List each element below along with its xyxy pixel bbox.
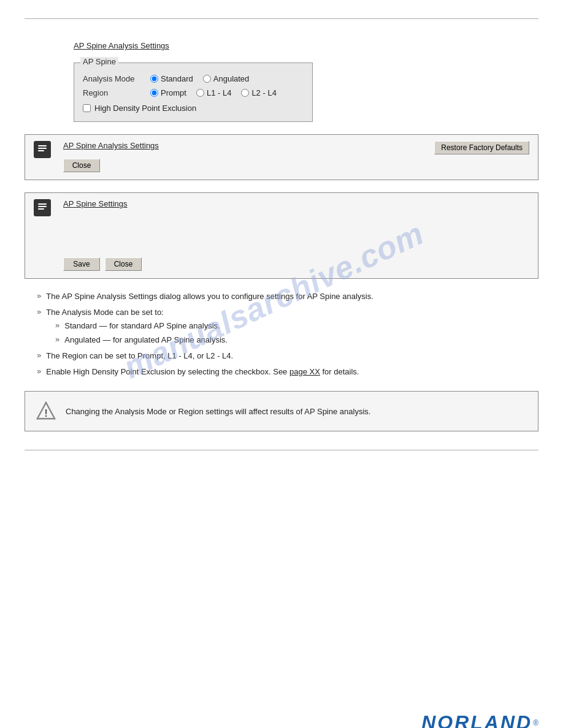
analysis-mode-row: Analysis Mode Standard Angulated bbox=[83, 74, 300, 83]
dialog-2-icon bbox=[34, 199, 51, 216]
svg-rect-2 bbox=[38, 150, 44, 151]
bullet-section: » The AP Spine Analysis Settings dialog … bbox=[37, 291, 526, 377]
restore-factory-defaults-button[interactable]: Restore Factory Defaults bbox=[434, 141, 529, 154]
radio-l2l4-label: L2 - L4 bbox=[251, 88, 276, 97]
svg-rect-5 bbox=[38, 208, 44, 210]
radio-l2l4[interactable]: L2 - L4 bbox=[241, 88, 276, 97]
dialog-2-content: AP Spine Settings Save Close bbox=[63, 199, 529, 271]
ap-spine-box: AP Spine Analysis Mode Standard Angulate… bbox=[74, 63, 313, 122]
bullet-item-1: » The AP Spine Analysis Settings dialog … bbox=[37, 291, 526, 302]
bullet-item-2-sub1: » Standard — for standard AP Spine analy… bbox=[55, 320, 526, 332]
radio-l1l4[interactable]: L1 - L4 bbox=[196, 88, 231, 97]
region-row: Region Prompt L1 - L4 L2 - L4 bbox=[83, 88, 300, 97]
region-radio-group: Prompt L1 - L4 L2 - L4 bbox=[150, 88, 277, 97]
warning-box: ! Changing the Analysis Mode or Region s… bbox=[25, 391, 538, 431]
norland-name: NORLAND bbox=[421, 711, 532, 728]
dialog-box-2: AP Spine Settings Save Close bbox=[25, 192, 538, 279]
warning-icon: ! bbox=[35, 400, 57, 422]
ap-spine-legend: AP Spine bbox=[80, 57, 118, 66]
dialog-2-body bbox=[63, 216, 529, 252]
dialog-1-content: AP Spine Analysis Settings Close bbox=[63, 141, 159, 172]
page-container: AP Spine Analysis Settings AP Spine Anal… bbox=[0, 18, 563, 728]
dialog-box-1-top: AP Spine Analysis Settings Close Restore… bbox=[34, 141, 529, 172]
dialog-1-close-button[interactable]: Close bbox=[63, 159, 100, 172]
bullet-2-text: The Analysis Mode can be set to: bbox=[46, 307, 164, 318]
bullet-4-arrow: » bbox=[37, 366, 41, 376]
dialog-2-save-button[interactable]: Save bbox=[63, 257, 100, 271]
dialog-1-title: AP Spine Analysis Settings bbox=[63, 141, 159, 150]
section-link: AP Spine Analysis Settings bbox=[74, 41, 169, 50]
bullet-1-arrow: » bbox=[37, 291, 41, 300]
dialog-1-buttons: Close bbox=[63, 159, 159, 172]
bullet-3-arrow: » bbox=[37, 351, 41, 360]
dialog-2-close-button[interactable]: Close bbox=[105, 257, 142, 271]
radio-angulated-input[interactable] bbox=[203, 75, 211, 83]
bullet-4-text: Enable High Density Point Exclusion by s… bbox=[46, 366, 359, 377]
high-density-label: High Density Point Exclusion bbox=[94, 104, 196, 113]
bullet-2-sub2-arrow: » bbox=[55, 335, 59, 344]
svg-rect-4 bbox=[38, 206, 47, 207]
top-rule bbox=[25, 18, 538, 19]
norland-logo: NORLAND® bbox=[421, 711, 538, 728]
ap-spine-container: AP Spine Analysis Mode Standard Angulate… bbox=[74, 63, 313, 122]
radio-prompt-input[interactable] bbox=[150, 89, 158, 97]
bullet-item-3: » The Region can be set to Prompt, L1 - … bbox=[37, 351, 526, 362]
radio-l2l4-input[interactable] bbox=[241, 89, 249, 97]
radio-standard-input[interactable] bbox=[150, 75, 158, 83]
bullet-item-2: » The Analysis Mode can be set to: bbox=[37, 307, 526, 318]
radio-standard-label: Standard bbox=[161, 74, 193, 83]
bullet-2-sub2-text: Angulated — for angulated AP Spine analy… bbox=[64, 335, 228, 346]
bullet-item-4: » Enable High Density Point Exclusion by… bbox=[37, 366, 526, 377]
dialog-2-title: AP Spine Settings bbox=[63, 199, 128, 208]
norland-registered: ® bbox=[533, 719, 538, 727]
bullet-2-arrow: » bbox=[37, 307, 41, 316]
radio-l1l4-label: L1 - L4 bbox=[207, 88, 231, 97]
bullet-2-sub1-text: Standard — for standard AP Spine analysi… bbox=[64, 320, 220, 332]
analysis-mode-label: Analysis Mode bbox=[83, 74, 150, 83]
radio-prompt[interactable]: Prompt bbox=[150, 88, 186, 97]
svg-rect-0 bbox=[38, 145, 47, 146]
radio-angulated[interactable]: Angulated bbox=[203, 74, 250, 83]
bullet-3-text: The Region can be set to Prompt, L1 - L4… bbox=[46, 351, 233, 362]
high-density-checkbox[interactable] bbox=[83, 104, 91, 112]
bullet-item-2-sub2: » Angulated — for angulated AP Spine ana… bbox=[55, 335, 526, 346]
dialog-box-1: AP Spine Analysis Settings Close Restore… bbox=[25, 134, 538, 180]
radio-prompt-label: Prompt bbox=[161, 88, 186, 97]
dialog-1-icon bbox=[34, 141, 51, 158]
radio-l1l4-input[interactable] bbox=[196, 89, 204, 97]
bottom-rule bbox=[25, 450, 538, 450]
analysis-mode-radio-group: Standard Angulated bbox=[150, 74, 249, 83]
svg-rect-1 bbox=[38, 148, 47, 149]
page-link: page XX bbox=[289, 367, 320, 376]
bullet-2-sub1-arrow: » bbox=[55, 320, 59, 330]
high-density-row: High Density Point Exclusion bbox=[83, 104, 300, 113]
dialog-2-buttons: Save Close bbox=[63, 257, 529, 271]
radio-standard[interactable]: Standard bbox=[150, 74, 193, 83]
bullet-1-text: The AP Spine Analysis Settings dialog al… bbox=[46, 291, 373, 302]
radio-angulated-label: Angulated bbox=[213, 74, 250, 83]
warning-text: Changing the Analysis Mode or Region set… bbox=[66, 407, 370, 416]
svg-text:!: ! bbox=[44, 408, 48, 419]
svg-rect-3 bbox=[38, 203, 47, 205]
region-label: Region bbox=[83, 88, 150, 97]
